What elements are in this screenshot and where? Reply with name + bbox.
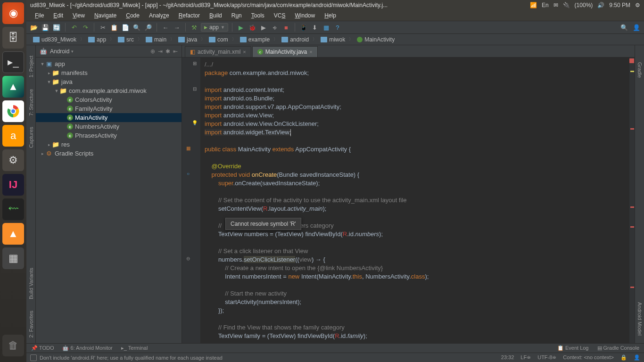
status-position[interactable]: 23:32 [501,354,514,361]
bc-app[interactable]: app [85,36,109,43]
bc-miwok[interactable]: miwok [318,36,348,43]
redo-icon[interactable]: ↷ [81,23,90,32]
avd-icon[interactable]: 📱 [299,23,308,32]
ubuntu-dash-icon[interactable]: ◉ [2,2,24,24]
tab-favorites[interactable]: 2: Favorites [28,311,34,337]
hide-icon[interactable]: ⇤ [173,48,178,55]
find-icon[interactable]: 🔍 [132,23,141,32]
tree-app[interactable]: ▼▣app [36,59,182,68]
menu-refactor[interactable]: Refactor [175,11,204,20]
tab-structure[interactable]: 7: Structure [28,89,34,116]
trash-icon[interactable]: 🗑 [2,335,24,356]
chrome-icon[interactable] [2,100,24,122]
scroll-icon[interactable]: ⇥ [158,48,163,55]
cut-icon[interactable]: ✂ [98,23,107,32]
profile-icon[interactable]: ▶ [259,23,268,32]
amazon-icon[interactable]: a [2,125,24,147]
terminal-icon[interactable]: ▸_ [2,51,24,73]
clock[interactable]: 9:50 PM [609,2,630,8]
settings-icon[interactable]: ⚙ [2,149,24,171]
status-context[interactable]: Context: <no context> [563,354,614,361]
bc-main[interactable]: main [143,36,169,43]
avatar-icon[interactable]: 👤 [632,23,641,32]
tree-java[interactable]: ▼📁java [36,77,182,86]
lang-indicator[interactable]: En [542,2,549,8]
help-icon[interactable]: ? [333,23,342,32]
bc-example[interactable]: example [237,36,272,43]
forward-icon[interactable]: → [172,23,182,32]
tab-gradle[interactable]: Gradle [637,62,643,78]
undo-icon[interactable]: ↶ [69,23,79,32]
files-icon[interactable]: 🗄 [2,27,24,49]
tab-gradle-console[interactable]: ▤ Gradle Console [597,345,640,351]
error-stripe[interactable] [629,58,635,343]
back-icon[interactable]: ← [161,23,170,32]
tree-main[interactable]: cMainActivity [36,113,182,122]
volume-icon[interactable]: 🔊 [597,2,604,8]
tab-terminal[interactable]: ▸_ Terminal [121,345,148,351]
editor-gutter[interactable]: ⊞ ⊟ 💡 ▦ ○ ⊖ [182,58,201,343]
tab-todo[interactable]: 📌 TODO [31,345,54,351]
menu-edit[interactable]: Edit [50,11,67,20]
settings-icon[interactable]: ✱ [165,48,170,55]
debug-icon[interactable]: 🐞 [248,23,257,32]
collapse-icon[interactable]: ⊕ [150,48,155,55]
error-summary-icon[interactable] [629,58,634,63]
search-everywhere-icon[interactable]: 🔍 [619,23,629,32]
run-icon[interactable]: ▶ [236,23,246,32]
menu-navigate[interactable]: Navigate [91,11,120,20]
project-view-select[interactable]: Android [50,48,69,55]
tree-family[interactable]: cFamilyActivity [36,104,182,113]
tab-main-activity[interactable]: cMainActivity.java× [252,46,318,57]
menu-build[interactable]: Build [206,11,226,20]
tree-res[interactable]: ▸📁res [36,140,182,149]
tab-build-variants[interactable]: Build Variants [28,268,34,299]
status-hector-icon[interactable]: 👤 [634,354,640,361]
menu-run[interactable]: Run [228,11,246,20]
status-lock-icon[interactable]: 🔒 [620,354,627,361]
make-icon[interactable]: ⚒ [190,23,199,32]
app-icon[interactable]: ▦ [2,247,24,269]
bc-com[interactable]: com [206,36,231,43]
sync-icon[interactable]: 🔄 [52,23,61,32]
tree-phrases[interactable]: cPhrasesActivity [36,131,182,140]
menu-view[interactable]: View [69,11,89,20]
layout-icon[interactable]: ▦ [322,23,331,32]
status-lineending[interactable]: LF≑ [520,354,531,361]
save-icon[interactable]: 💾 [41,23,50,32]
close-icon[interactable]: × [309,49,312,55]
tab-android-model[interactable]: Android Model [637,302,643,336]
tree-manifests[interactable]: ▸📁manifests [36,68,182,77]
tab-activity-main[interactable]: ◧activity_main.xml× [185,46,251,57]
menu-code[interactable]: Code [122,11,143,20]
menu-tools[interactable]: Tools [248,11,268,20]
menu-analyze[interactable]: Analyze [145,11,173,20]
tree-pkg[interactable]: ▼📁com.example.android.miwok [36,86,182,95]
bc-android[interactable]: android [279,36,312,43]
paste-icon[interactable]: 📄 [121,23,130,32]
bc-java[interactable]: java [175,36,200,43]
stop-icon[interactable]: ■ [281,23,291,32]
battery-icon[interactable]: 🔌 [563,2,570,8]
tab-project[interactable]: 1: Project [28,56,34,77]
tab-event-log[interactable]: 📋 Event Log [557,345,589,351]
mail-icon[interactable]: ✉ [553,2,558,8]
status-toggle-icon[interactable] [30,354,37,361]
tree-numbers[interactable]: cNumbersActivity [36,122,182,131]
tab-android-monitor[interactable]: 🤖 6: Android Monitor [62,345,112,351]
menu-help[interactable]: Help [321,11,340,20]
status-encoding[interactable]: UTF-8≑ [537,354,556,361]
bc-root[interactable]: ud839_Miwok [30,36,79,43]
tree-gradle[interactable]: ▸⚙Gradle Scripts [36,149,182,158]
bc-class[interactable]: MainActivity [354,36,397,43]
open-icon[interactable]: 📂 [29,23,39,32]
replace-icon[interactable]: 🔎 [143,23,153,32]
close-icon[interactable]: × [243,49,246,55]
sdk-icon[interactable]: ⬇ [310,23,320,32]
copy-icon[interactable]: 📋 [109,23,119,32]
code-editor[interactable]: /.../ package com.example.android.miwok;… [201,58,629,343]
menu-window[interactable]: Window [291,11,319,20]
attach-icon[interactable]: ⎆ [270,23,280,32]
tree-colors[interactable]: cColorsActivity [36,95,182,104]
tab-captures[interactable]: Captures [28,127,34,148]
